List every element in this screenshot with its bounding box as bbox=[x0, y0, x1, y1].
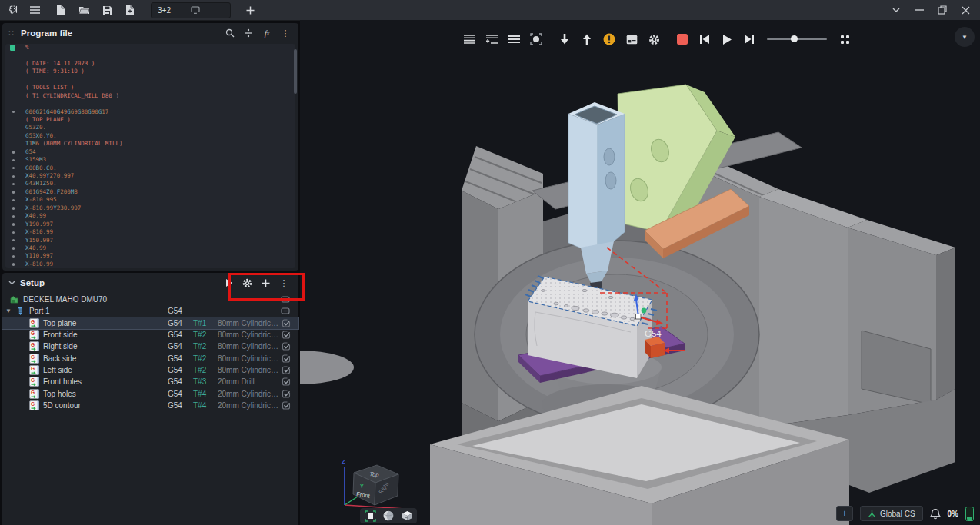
grid-dots-icon[interactable] bbox=[837, 32, 852, 47]
code-line[interactable]: % bbox=[5, 44, 295, 52]
code-line[interactable]: ( TIME: 9:31:10 ) bbox=[5, 68, 295, 75]
operation-check-icon[interactable] bbox=[282, 390, 291, 398]
collapse-chevron-icon[interactable] bbox=[8, 281, 15, 285]
breakpoint-bullet[interactable] bbox=[5, 188, 22, 196]
code-line[interactable]: X40.99 bbox=[5, 244, 295, 252]
operation-check-icon[interactable] bbox=[282, 331, 291, 339]
skip-end-icon[interactable] bbox=[742, 32, 757, 47]
code-line[interactable]: X-810.99 bbox=[5, 228, 295, 236]
code-line[interactable]: ( DATE: 14.11.2023 ) bbox=[5, 60, 295, 68]
code-line[interactable]: G53Z0. bbox=[5, 124, 295, 131]
global-cs-button[interactable]: Global CS bbox=[860, 506, 923, 521]
operation-check-icon[interactable] bbox=[282, 377, 291, 386]
tree-row-machine[interactable]: DECKEL MAHO DMU70 bbox=[2, 294, 298, 305]
operation-row[interactable]: GTop planeG54T#180mm Cylindrical ... bbox=[2, 317, 298, 329]
add-view-icon[interactable]: + bbox=[836, 506, 853, 521]
breakpoint-bullet[interactable] bbox=[5, 212, 22, 220]
code-line[interactable]: G43H1Z50. bbox=[5, 180, 295, 188]
visibility-toggle-icon[interactable] bbox=[281, 307, 290, 314]
operation-row[interactable]: G5D contourG54T#420mm Cylindrical ... bbox=[2, 400, 298, 411]
code-line[interactable] bbox=[5, 52, 295, 59]
breakpoint-bullet[interactable] bbox=[5, 261, 22, 268]
operation-check-icon[interactable] bbox=[282, 342, 291, 351]
operation-check-icon[interactable] bbox=[282, 354, 291, 363]
breakpoint-bullet[interactable] bbox=[5, 164, 22, 172]
bookmark-icon[interactable] bbox=[5, 44, 22, 52]
operation-row[interactable]: GFront holesG54T#320mm Drill bbox=[2, 376, 298, 387]
menu-icon[interactable] bbox=[25, 2, 45, 18]
breakpoint-bullet[interactable] bbox=[5, 237, 22, 244]
document-tab[interactable]: 3+2 bbox=[151, 2, 231, 18]
code-line[interactable]: S159M3 bbox=[5, 156, 295, 164]
operation-row[interactable]: GTop holesG54T#420mm Cylindrical ... bbox=[2, 387, 298, 399]
code-line[interactable]: T1M6 (80MM CYLINDRICAL MILL) bbox=[5, 140, 295, 148]
stock-icon[interactable] bbox=[363, 509, 377, 523]
code-line[interactable]: Y150.997 bbox=[5, 237, 295, 244]
tree-row-part[interactable]: ▼ Part 1 G54 bbox=[2, 305, 298, 317]
breakpoint-bullet[interactable] bbox=[5, 252, 22, 260]
breakpoint-bullet[interactable] bbox=[5, 108, 22, 116]
kebab-menu-icon[interactable]: ⋮ bbox=[277, 276, 291, 290]
code-line[interactable]: X-810.995 bbox=[5, 196, 295, 204]
warning-icon[interactable] bbox=[602, 32, 617, 47]
speed-slider[interactable] bbox=[767, 32, 827, 47]
save-as-icon[interactable] bbox=[120, 2, 140, 18]
minimize-icon[interactable] bbox=[908, 2, 931, 18]
kebab-menu-icon[interactable]: ⋮ bbox=[278, 26, 292, 40]
breakpoint-bullet[interactable] bbox=[5, 204, 22, 212]
breakpoint-bullet[interactable] bbox=[5, 148, 22, 156]
solid-box-icon[interactable] bbox=[400, 509, 414, 523]
lines-none-icon[interactable] bbox=[506, 32, 522, 47]
gear-icon[interactable] bbox=[240, 276, 254, 290]
code-line[interactable]: X40.99Y270.997 bbox=[5, 172, 295, 180]
operation-row[interactable]: GFront sideG54T#280mm Cylindrical ... bbox=[2, 329, 298, 341]
simulate-play-icon[interactable] bbox=[222, 276, 235, 290]
add-tab-icon[interactable] bbox=[240, 2, 260, 18]
operation-check-icon[interactable] bbox=[282, 401, 291, 410]
sphere-shading-icon[interactable] bbox=[382, 509, 395, 523]
lines-all-icon[interactable] bbox=[462, 32, 477, 47]
operation-row[interactable]: GRight sideG54T#280mm Cylindrical ... bbox=[2, 341, 298, 352]
function-icon[interactable]: fx bbox=[260, 26, 274, 40]
arrow-down-icon[interactable] bbox=[557, 32, 572, 47]
slider-knob[interactable] bbox=[791, 35, 798, 42]
skip-start-icon[interactable] bbox=[697, 32, 712, 47]
code-line[interactable]: G01G94Z0.F200M8 bbox=[5, 188, 295, 196]
breakpoint-bullet[interactable] bbox=[5, 228, 22, 236]
breakpoint-bullet[interactable] bbox=[5, 180, 22, 188]
code-line[interactable]: G54 bbox=[5, 148, 295, 156]
drag-handle-icon[interactable]: ∷ bbox=[8, 28, 15, 38]
bell-icon[interactable] bbox=[930, 508, 941, 520]
code-scrollbar[interactable] bbox=[294, 49, 297, 94]
goto-line-icon[interactable] bbox=[242, 26, 255, 40]
viewport-3d[interactable]: G54 ▼ Z Top Front Right Y bbox=[300, 20, 980, 525]
gcode-editor[interactable]: %( DATE: 14.11.2023 )( TIME: 9:31:10 )( … bbox=[5, 44, 295, 268]
breakpoint-bullet[interactable] bbox=[5, 172, 22, 180]
code-line[interactable]: ( T1 CYLINDRICAL_MILL D80 ) bbox=[5, 92, 295, 100]
code-line[interactable]: G00G21G40G49G69G80G90G17 bbox=[5, 108, 295, 116]
breakpoint-bullet[interactable] bbox=[5, 196, 22, 204]
code-line[interactable]: G53X0.Y0. bbox=[5, 132, 295, 140]
stop-icon[interactable] bbox=[675, 32, 690, 47]
open-folder-icon[interactable] bbox=[74, 2, 94, 18]
focus-selection-icon[interactable] bbox=[528, 32, 544, 47]
settings-gear-icon[interactable] bbox=[646, 32, 662, 47]
arrow-up-icon[interactable] bbox=[579, 32, 595, 47]
code-line[interactable]: X40.99 bbox=[5, 212, 295, 220]
code-line[interactable] bbox=[5, 100, 295, 108]
visibility-toggle-icon[interactable] bbox=[281, 296, 290, 303]
save-icon[interactable] bbox=[97, 2, 117, 18]
view-options-dropdown[interactable]: ▼ bbox=[955, 27, 975, 47]
breakpoint-bullet[interactable] bbox=[5, 156, 22, 164]
maximize-icon[interactable] bbox=[931, 2, 954, 18]
code-line[interactable]: X-810.99Y230.997 bbox=[5, 204, 295, 212]
search-icon[interactable] bbox=[223, 26, 237, 40]
code-line[interactable]: Y110.997 bbox=[5, 252, 295, 260]
new-file-icon[interactable] bbox=[51, 2, 71, 18]
expand-chevron-icon[interactable]: ▼ bbox=[2, 307, 15, 314]
close-icon[interactable] bbox=[954, 2, 977, 18]
breakpoint-bullet[interactable] bbox=[5, 244, 22, 252]
operation-row[interactable]: GLeft sideG54T#280mm Cylindrical ... bbox=[2, 364, 298, 376]
operation-row[interactable]: GBack sideG54T#280mm Cylindrical ... bbox=[2, 352, 298, 364]
code-line[interactable]: X-810.99 bbox=[5, 261, 295, 268]
